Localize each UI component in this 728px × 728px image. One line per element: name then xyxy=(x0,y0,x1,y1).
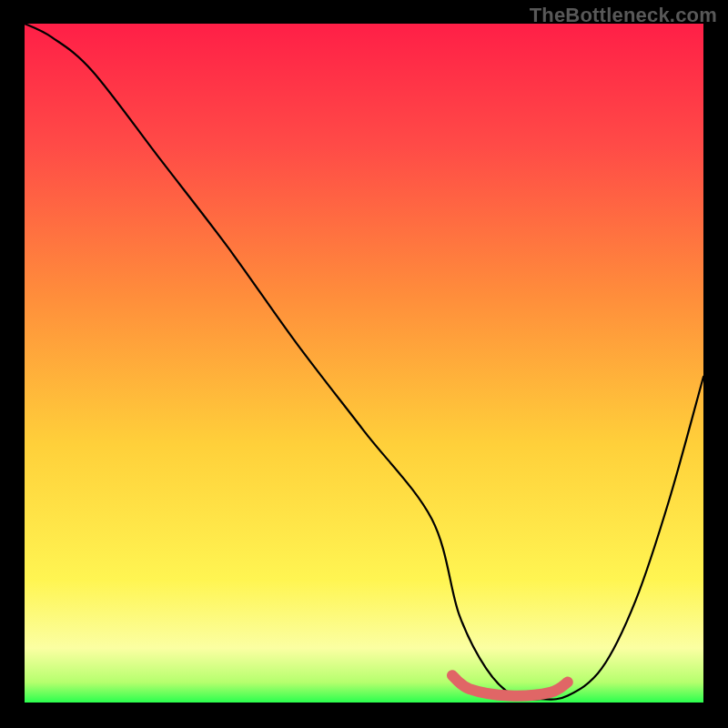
plot-area xyxy=(25,24,703,703)
optimal-range-marker xyxy=(25,24,703,703)
chart-frame: TheBottleneck.com xyxy=(0,0,728,728)
